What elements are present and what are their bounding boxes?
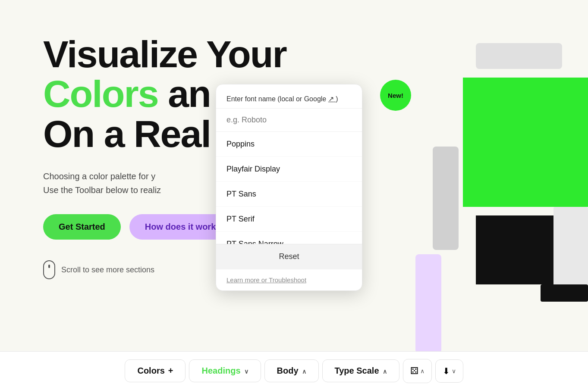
hero-colors-word: Colors xyxy=(43,72,158,115)
toolbar-headings-label: Headings xyxy=(201,366,240,376)
external-link-icon: ↗ xyxy=(328,95,334,103)
toolbar-dice-group[interactable]: ⚄ xyxy=(403,359,432,383)
font-list-item[interactable]: PT Serif xyxy=(216,207,362,232)
mouse-icon xyxy=(43,260,55,279)
type-scale-chevron-up-icon xyxy=(383,366,387,376)
dice-chevron-up-icon xyxy=(420,367,424,375)
font-search-input[interactable] xyxy=(226,115,352,125)
get-started-button[interactable]: Get Started xyxy=(43,214,121,240)
color-block-black-square xyxy=(476,215,553,284)
color-block-black-bottom xyxy=(541,284,588,302)
color-block-gray-thin xyxy=(433,147,459,250)
google-fonts-link[interactable]: ↗ xyxy=(328,95,336,103)
download-chevron-down-icon xyxy=(452,367,456,375)
dropdown-reset-button[interactable]: Reset xyxy=(216,244,362,269)
dropdown-font-list: PoppinsPlayfair DisplayPT SansPT SerifPT… xyxy=(216,132,362,244)
color-block-gray-light xyxy=(476,43,562,69)
headings-chevron-down-icon xyxy=(244,366,248,376)
hero-and-word: an xyxy=(168,72,211,115)
toolbar-type-scale-item[interactable]: Type Scale xyxy=(322,359,399,382)
toolbar-type-scale-label: Type Scale xyxy=(335,366,379,376)
font-list-item[interactable]: Poppins xyxy=(216,132,362,157)
color-blocks xyxy=(433,43,588,310)
dropdown-header: Enter font name (local or Google ↗ ) xyxy=(216,84,362,109)
toolbar-colors-item[interactable]: Colors + xyxy=(125,359,186,382)
dropdown-footer-link[interactable]: Learn more or Troubleshoot xyxy=(216,269,362,290)
font-list-item[interactable]: Playfair Display xyxy=(216,157,362,182)
font-list-item[interactable]: PT Sans xyxy=(216,182,362,207)
toolbar-download-group[interactable]: ⬇ xyxy=(435,359,463,383)
toolbar-body-label: Body xyxy=(277,366,299,376)
font-dropdown-popup: Enter font name (local or Google ↗ ) Pop… xyxy=(216,84,362,291)
dice-icon: ⚄ xyxy=(410,365,418,377)
dropdown-search-area[interactable] xyxy=(216,109,362,132)
color-block-gray-small xyxy=(553,207,588,293)
toolbar-colors-plus-icon: + xyxy=(168,366,173,376)
toolbar: Colors + Headings Body Type Scale ⚄ ⬇ xyxy=(0,351,588,390)
color-block-purple-thin xyxy=(415,254,441,353)
body-chevron-up-icon xyxy=(302,366,306,376)
download-icon: ⬇ xyxy=(443,366,450,376)
color-block-green-large xyxy=(463,78,588,207)
toolbar-body-item[interactable]: Body xyxy=(264,359,319,382)
toolbar-colors-label: Colors xyxy=(137,366,164,376)
toolbar-headings-item[interactable]: Headings xyxy=(189,359,261,382)
mouse-dot xyxy=(48,265,50,268)
new-badge: New! xyxy=(380,80,411,111)
font-list-item[interactable]: PT Sans Narrow xyxy=(216,232,362,244)
